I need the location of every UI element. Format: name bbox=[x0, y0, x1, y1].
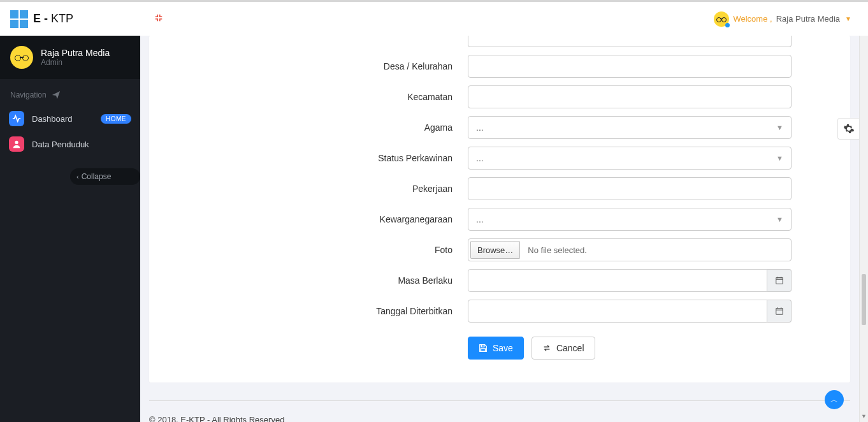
calendar-icon bbox=[775, 276, 784, 285]
sidebar-item-label: Dashboard bbox=[32, 114, 73, 124]
text-input[interactable] bbox=[468, 36, 792, 47]
caret-down-icon: ▼ bbox=[776, 124, 783, 131]
sidebar-item-dashboard[interactable]: Dashboard HOME bbox=[0, 106, 140, 131]
kecamatan-input[interactable] bbox=[468, 85, 792, 108]
browse-button[interactable]: Browse… bbox=[470, 241, 520, 259]
svg-rect-9 bbox=[481, 345, 484, 347]
cancel-button[interactable]: Cancel bbox=[532, 337, 595, 360]
calendar-icon bbox=[775, 307, 784, 316]
sidebar-item-label: Data Penduduk bbox=[32, 140, 89, 149]
field-label-masa: Masa Berlaku bbox=[149, 275, 468, 286]
field-label-pekerjaan: Pekerjaan bbox=[149, 184, 468, 194]
settings-tab[interactable] bbox=[837, 118, 859, 140]
profile-role: Admin bbox=[41, 58, 110, 67]
windows-icon bbox=[10, 10, 28, 28]
home-badge: HOME bbox=[101, 114, 131, 124]
field-label-kecamatan: Kecamatan bbox=[149, 92, 468, 102]
field-label-desa: Desa / Kelurahan bbox=[149, 61, 468, 71]
vertical-scrollbar[interactable]: ▲ ▼ bbox=[859, 0, 868, 422]
svg-rect-10 bbox=[481, 349, 486, 351]
save-button[interactable]: Save bbox=[468, 337, 524, 360]
scroll-thumb[interactable] bbox=[862, 274, 866, 325]
profile-name: Raja Putra Media bbox=[41, 48, 110, 58]
fullscreen-toggle-icon[interactable] bbox=[154, 13, 163, 25]
collapse-button[interactable]: ‹ Collapse bbox=[70, 168, 140, 185]
calendar-button[interactable] bbox=[767, 300, 792, 323]
field-label-status: Status Perkawinan bbox=[149, 153, 468, 163]
agama-select[interactable]: ... ▼ bbox=[468, 116, 792, 139]
topbar: E - KTP Welcome , Raja Putra Media ▼ bbox=[0, 0, 868, 36]
status-select[interactable]: ... ▼ bbox=[468, 147, 792, 170]
masa-berlaku-input[interactable] bbox=[468, 269, 767, 292]
user-icon bbox=[9, 136, 24, 152]
sidebar-item-data-penduduk[interactable]: Data Penduduk bbox=[0, 131, 140, 157]
main-content: Desa / Kelurahan Kecamatan Agama ... ▼ S… bbox=[140, 36, 859, 422]
activity-icon bbox=[9, 111, 24, 126]
field-label-agama: Agama bbox=[149, 122, 468, 133]
caret-down-icon: ▼ bbox=[845, 15, 851, 22]
username: Raja Putra Media bbox=[776, 14, 840, 24]
chevron-left-icon: ‹ bbox=[76, 173, 79, 180]
svg-rect-1 bbox=[776, 278, 783, 284]
avatar-icon bbox=[10, 46, 33, 69]
sidebar: Raja Putra Media Admin Navigation Dashbo… bbox=[0, 36, 140, 422]
exchange-icon bbox=[542, 344, 551, 353]
file-status-text: No file selected. bbox=[528, 245, 587, 255]
gear-icon bbox=[843, 123, 855, 135]
scroll-down-icon[interactable]: ▼ bbox=[860, 411, 868, 422]
sidebar-profile[interactable]: Raja Putra Media Admin bbox=[0, 36, 140, 79]
save-icon bbox=[479, 344, 488, 353]
back-to-top-button[interactable]: ︿ bbox=[825, 390, 844, 409]
foto-file-input[interactable]: Browse… No file selected. bbox=[468, 238, 792, 261]
svg-point-0 bbox=[15, 141, 18, 144]
field-label bbox=[149, 36, 468, 47]
caret-down-icon: ▼ bbox=[776, 215, 783, 223]
nav-header: Navigation bbox=[0, 79, 140, 106]
pekerjaan-input[interactable] bbox=[468, 177, 792, 200]
brand-text: E - KTP bbox=[33, 12, 73, 25]
desa-input[interactable] bbox=[468, 55, 792, 78]
paper-plane-icon bbox=[52, 91, 61, 99]
chevron-up-icon: ︿ bbox=[830, 395, 838, 405]
field-label-tanggal: Tanggal Diterbitkan bbox=[149, 306, 468, 316]
user-menu[interactable]: Welcome , Raja Putra Media ▼ bbox=[714, 11, 868, 27]
svg-rect-5 bbox=[776, 309, 783, 315]
calendar-button[interactable] bbox=[767, 269, 792, 292]
welcome-text: Welcome , bbox=[733, 14, 772, 24]
tanggal-diterbitkan-input[interactable] bbox=[468, 300, 767, 323]
field-label-kewarganegaraan: Kewarganegaraan bbox=[149, 214, 468, 224]
field-label-foto: Foto bbox=[149, 245, 468, 255]
brand[interactable]: E - KTP bbox=[0, 10, 140, 28]
form-card: Desa / Kelurahan Kecamatan Agama ... ▼ S… bbox=[149, 36, 850, 382]
avatar-icon bbox=[714, 11, 729, 27]
kewarganegaraan-select[interactable]: ... ▼ bbox=[468, 208, 792, 231]
footer-text: © 2018. E-KTP - All Rights Reserved bbox=[149, 401, 850, 422]
caret-down-icon: ▼ bbox=[776, 154, 783, 162]
